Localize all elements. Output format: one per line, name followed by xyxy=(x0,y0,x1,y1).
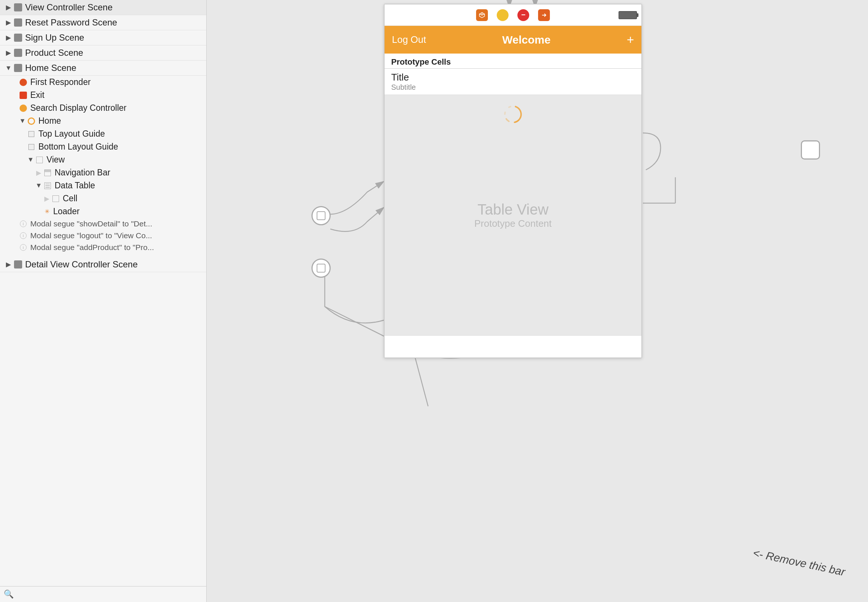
nav-bar-left-button[interactable]: Log Out xyxy=(392,34,426,45)
home-circle-icon xyxy=(27,117,35,125)
sidebar-item-reset-password-scene[interactable]: ▶ Reset Password Scene xyxy=(0,15,206,30)
search-icon: 🔍 xyxy=(4,590,14,599)
sidebar-item-detail-view-controller-scene[interactable]: ▶ Detail View Controller Scene xyxy=(0,257,206,272)
chevron-right-icon: ▶ xyxy=(35,169,42,176)
cell-title: Title xyxy=(391,72,635,83)
chevron-right-icon: ▶ xyxy=(5,261,12,268)
segue-icon: i xyxy=(19,232,27,240)
sidebar-item-product-scene[interactable]: ▶ Product Scene xyxy=(0,45,206,61)
nav-bar: Log Out Welcome + xyxy=(384,26,641,54)
exit-orange-icon[interactable] xyxy=(538,9,550,21)
segue-circle-left-2 xyxy=(311,258,331,278)
layout-guide-icon xyxy=(27,130,35,138)
prototype-cells-header: Prototype Cells xyxy=(384,54,641,69)
svg-point-13 xyxy=(503,104,523,124)
scene-icon xyxy=(14,3,22,11)
battery-indicator xyxy=(618,11,637,19)
svg-point-12 xyxy=(503,104,523,124)
tree-item-label: Cell xyxy=(63,194,78,204)
tree-item-label: Bottom Layout Guide xyxy=(38,142,118,152)
chevron-down-icon: ▼ xyxy=(35,183,42,189)
minus-red-icon[interactable]: − xyxy=(517,9,529,21)
tree-item-label: Search Display Controller xyxy=(30,103,127,113)
tree-item-label: View xyxy=(46,155,64,165)
chevron-right-icon: ▶ xyxy=(5,19,12,26)
scene-label: Product Scene xyxy=(25,48,83,58)
table-view-area: Table View Prototype Content xyxy=(384,95,641,335)
tree-item-label: Home xyxy=(38,116,61,126)
tree-item-label: Top Layout Guide xyxy=(38,129,105,139)
device-bottom-bar xyxy=(384,335,641,358)
search-icon xyxy=(19,104,27,112)
device-top-bar: − xyxy=(384,5,641,26)
nav-bar-right-button[interactable]: + xyxy=(627,32,634,47)
segue-square-inner xyxy=(317,211,326,220)
device-frame: − Log Out Welcome + Prototype Cells Tit xyxy=(384,4,642,358)
sidebar-item-search-display-controller[interactable]: Search Display Controller xyxy=(0,101,206,115)
sidebar-item-navigation-bar[interactable]: ▶ Navigation Bar xyxy=(0,166,206,179)
svg-line-4 xyxy=(413,351,428,406)
sidebar-item-segue-show-detail[interactable]: i Modal segue "showDetail" to "Det... xyxy=(0,218,206,230)
segue-square-inner xyxy=(317,264,326,273)
scene-icon xyxy=(14,18,22,26)
exit-icon xyxy=(19,91,27,99)
chevron-right-icon: ▶ xyxy=(5,4,12,11)
chevron-right-icon: ▶ xyxy=(44,195,50,202)
scene-icon xyxy=(14,49,22,57)
tree-item-label: Loader xyxy=(53,206,80,217)
segue-icon: i xyxy=(19,220,27,228)
svg-line-9 xyxy=(482,14,485,15)
sidebar-item-segue-add-product[interactable]: i Modal segue "addProduct" to "Pro... xyxy=(0,241,206,253)
segue-icon: i xyxy=(19,243,27,252)
sidebar: ▶ View Controller Scene ▶ Reset Password… xyxy=(0,0,207,602)
chevron-down-icon: ▼ xyxy=(5,64,12,71)
scene-label: Home Scene xyxy=(25,63,77,73)
sidebar-item-top-layout-guide[interactable]: Top Layout Guide xyxy=(0,127,206,140)
tree-item-label: Modal segue "showDetail" to "Det... xyxy=(30,220,152,228)
annotation-remove-bar: <- Remove this bar xyxy=(752,547,846,578)
tree-item-label: Modal segue "addProduct" to "Pro... xyxy=(30,243,154,252)
loader-icon: ✳ xyxy=(44,208,50,215)
tree-item-label: Data Table xyxy=(55,181,95,190)
sidebar-item-bottom-layout-guide[interactable]: Bottom Layout Guide xyxy=(0,140,206,153)
sidebar-item-exit[interactable]: Exit xyxy=(0,89,206,101)
cell-subtitle: Subtitle xyxy=(391,83,635,92)
segue-circle-left-1 xyxy=(311,206,331,225)
sidebar-item-segue-logout[interactable]: i Modal segue "logout" to "View Co... xyxy=(0,230,206,241)
scene-icon xyxy=(14,64,22,72)
loader-spinner xyxy=(503,104,523,126)
scene-icon xyxy=(14,34,22,42)
table-view-label: Table View xyxy=(478,201,549,218)
sidebar-item-sign-up-scene[interactable]: ▶ Sign Up Scene xyxy=(0,30,206,45)
scene-label: Sign Up Scene xyxy=(25,32,84,43)
nav-bar-icon xyxy=(44,169,52,177)
cube-icon[interactable] xyxy=(476,9,488,21)
sidebar-item-cell[interactable]: ▶ Cell xyxy=(0,192,206,205)
yellow-circle-icon[interactable] xyxy=(497,9,508,21)
sidebar-item-home-child[interactable]: ▼ Home xyxy=(0,115,206,127)
svg-line-10 xyxy=(479,14,482,15)
chevron-down-icon: ▼ xyxy=(19,118,26,124)
sidebar-item-view[interactable]: ▼ View xyxy=(0,153,206,166)
sidebar-item-home-scene[interactable]: ▼ Home Scene xyxy=(0,61,206,76)
chevron-down-icon: ▼ xyxy=(27,157,34,163)
chevron-right-icon: ▶ xyxy=(5,34,12,41)
scene-label: View Controller Scene xyxy=(25,2,113,12)
layout-guide-icon xyxy=(27,143,35,151)
cell-row: Title Subtitle xyxy=(384,69,641,95)
scene-label: Reset Password Scene xyxy=(25,17,117,28)
tree-item-label: Exit xyxy=(30,90,44,100)
device-toolbar-icons: − xyxy=(476,9,550,21)
tree-item-label: Modal segue "logout" to "View Co... xyxy=(30,231,152,240)
sidebar-item-first-responder[interactable]: First Responder xyxy=(0,76,206,89)
sidebar-item-loader[interactable]: ✳ Loader xyxy=(0,205,206,218)
prototype-cells-label: Prototype Cells xyxy=(391,57,451,66)
prototype-content-label: Prototype Content xyxy=(474,218,552,229)
tree-item-label: Navigation Bar xyxy=(55,168,110,178)
right-connector-icon xyxy=(801,140,820,160)
scene-icon xyxy=(14,260,22,269)
sidebar-item-data-table[interactable]: ▼ Data Table xyxy=(0,179,206,192)
sidebar-item-view-controller-scene[interactable]: ▶ View Controller Scene xyxy=(0,0,206,15)
table-icon xyxy=(44,182,52,190)
view-icon xyxy=(35,156,44,164)
